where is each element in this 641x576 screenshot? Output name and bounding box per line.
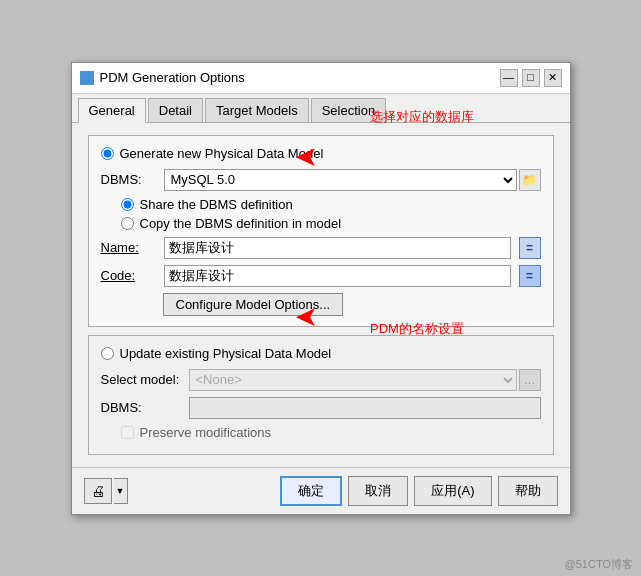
minimize-button[interactable]: — — [500, 69, 518, 87]
code-label: Code: — [101, 268, 156, 283]
configure-button[interactable]: Configure Model Options... — [163, 293, 344, 316]
tab-general[interactable]: General — [78, 98, 146, 123]
tab-selection[interactable]: Selection — [311, 98, 386, 122]
generate-new-label[interactable]: Generate new Physical Data Model — [120, 146, 324, 161]
select-model-label: Select model: — [101, 372, 181, 387]
name-label: Name: — [101, 240, 156, 255]
share-radio-row: Share the DBMS definition — [121, 197, 541, 212]
generate-new-section: Generate new Physical Data Model DBMS: M… — [88, 135, 554, 327]
dbms-disabled-label: DBMS: — [101, 400, 181, 415]
update-existing-radio[interactable] — [101, 347, 114, 360]
preserve-label: Preserve modifications — [140, 425, 272, 440]
copy-radio-row: Copy the DBMS definition in model — [121, 216, 541, 231]
preserve-checkbox[interactable] — [121, 426, 134, 439]
configure-btn-row: Configure Model Options... — [163, 293, 541, 316]
dbms-disabled-input[interactable] — [189, 397, 541, 419]
cancel-button[interactable]: 取消 — [348, 476, 408, 506]
copy-dbms-radio[interactable] — [121, 217, 134, 230]
maximize-button[interactable]: □ — [522, 69, 540, 87]
share-dbms-label[interactable]: Share the DBMS definition — [140, 197, 293, 212]
dbms-row: DBMS: MySQL 5.0 📁 — [101, 169, 541, 191]
dbms-select-wrapper: MySQL 5.0 📁 — [164, 169, 541, 191]
code-row: Code: = — [101, 265, 541, 287]
dbms-select[interactable]: MySQL 5.0 — [164, 169, 517, 191]
confirm-button[interactable]: 确定 — [280, 476, 342, 506]
print-dropdown[interactable]: ▼ — [114, 478, 128, 504]
dbms-label: DBMS: — [101, 172, 156, 187]
print-button[interactable]: 🖨 — [84, 478, 112, 504]
tab-target-models[interactable]: Target Models — [205, 98, 309, 122]
close-button[interactable]: ✕ — [544, 69, 562, 87]
window-title: PDM Generation Options — [100, 70, 245, 85]
print-area: 🖨 ▼ — [84, 478, 128, 504]
update-existing-label[interactable]: Update existing Physical Data Model — [120, 346, 332, 361]
update-existing-radio-row: Update existing Physical Data Model — [101, 346, 541, 361]
dbms-disabled-row: DBMS: — [101, 397, 541, 419]
footer: 🖨 ▼ 确定 取消 应用(A) 帮助 — [72, 467, 570, 514]
name-input[interactable] — [164, 237, 511, 259]
help-button[interactable]: 帮助 — [498, 476, 558, 506]
title-bar: PDM Generation Options — □ ✕ — [72, 63, 570, 94]
select-model-folder-button[interactable]: … — [519, 369, 541, 391]
window-icon — [80, 71, 94, 85]
preserve-row: Preserve modifications — [121, 425, 541, 440]
dbms-folder-button[interactable]: 📁 — [519, 169, 541, 191]
tab-bar: General Detail Target Models Selection — [72, 94, 570, 123]
watermark: @51CTO博客 — [565, 557, 633, 572]
window-controls[interactable]: — □ ✕ — [500, 69, 562, 87]
action-buttons: 确定 取消 应用(A) 帮助 — [280, 476, 557, 506]
select-model-select[interactable]: <None> — [189, 369, 517, 391]
generate-new-radio-row: Generate new Physical Data Model — [101, 146, 541, 161]
apply-button[interactable]: 应用(A) — [414, 476, 491, 506]
update-existing-section: Update existing Physical Data Model Sele… — [88, 335, 554, 455]
tab-detail[interactable]: Detail — [148, 98, 203, 122]
code-eq-button[interactable]: = — [519, 265, 541, 287]
code-input[interactable] — [164, 265, 511, 287]
name-eq-button[interactable]: = — [519, 237, 541, 259]
select-model-row: Select model: <None> … — [101, 369, 541, 391]
name-row: Name: = — [101, 237, 541, 259]
generate-new-radio[interactable] — [101, 147, 114, 160]
copy-dbms-label[interactable]: Copy the DBMS definition in model — [140, 216, 342, 231]
share-dbms-radio[interactable] — [121, 198, 134, 211]
main-content: Generate new Physical Data Model DBMS: M… — [72, 123, 570, 467]
select-model-wrapper: <None> … — [189, 369, 541, 391]
